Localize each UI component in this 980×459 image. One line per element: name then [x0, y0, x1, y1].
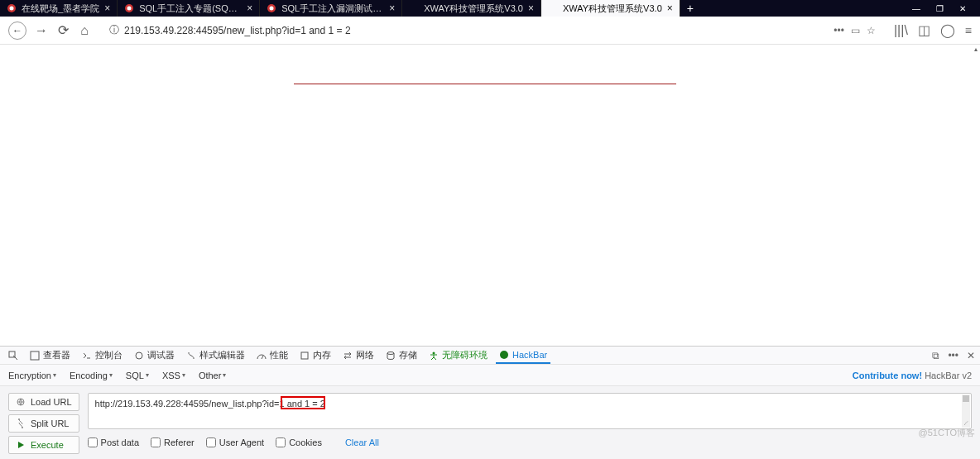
devtools-tab-debugger[interactable]: 调试器: [131, 349, 178, 361]
clear-all-link[interactable]: Clear All: [345, 437, 379, 447]
favicon-icon: [548, 3, 558, 13]
forward-button[interactable]: →: [35, 24, 48, 37]
devtools-right-controls: ⧉ ••• ✕: [932, 350, 975, 361]
reader-mode-icon[interactable]: ▭: [851, 25, 860, 36]
hackbar-brand: HackBar v2: [925, 371, 972, 380]
sql-injection-highlight: [281, 396, 325, 409]
account-icon[interactable]: ◯: [940, 22, 955, 38]
url-bar[interactable]: ⓘ 219.153.49.228:44595/new_list.php?id=1…: [104, 21, 881, 41]
svg-point-3: [127, 7, 132, 11]
devtools-tab-network[interactable]: 网络: [339, 349, 377, 361]
sidebar-icon[interactable]: ◫: [918, 22, 930, 38]
close-icon[interactable]: ×: [389, 2, 395, 14]
nav-icons-right: |||\ ◫ ◯ ≡: [894, 22, 972, 38]
split-url-icon: [16, 418, 26, 428]
devtools-tab-style-editor[interactable]: 样式编辑器: [183, 349, 248, 361]
hackbar-url-input[interactable]: http://219.153.49.228:44595/new_list.php…: [88, 393, 972, 429]
library-icon[interactable]: |||\: [894, 23, 908, 38]
postdata-checkbox[interactable]: Post data: [88, 437, 139, 447]
home-button[interactable]: ⌂: [78, 24, 91, 37]
page-actions-icon[interactable]: •••: [833, 25, 844, 36]
devtools-tab-console[interactable]: 控制台: [79, 349, 126, 361]
close-icon[interactable]: ×: [247, 2, 252, 14]
favicon-icon: [7, 3, 17, 13]
devtools-tab-memory[interactable]: 内存: [296, 349, 334, 361]
useragent-checkbox[interactable]: User Agent: [206, 437, 264, 447]
split-url-button[interactable]: Split URL: [8, 414, 79, 433]
hackbar-menu-sql[interactable]: SQL ▾: [126, 371, 149, 380]
devtools-more-icon[interactable]: •••: [948, 350, 958, 361]
svg-point-8: [136, 352, 142, 359]
contribute-link[interactable]: Contribute now!: [853, 371, 922, 380]
nav-icons-left: ← → ⟳ ⌂: [8, 22, 91, 40]
hackbar-menubar: Encryption ▾ Encoding ▾ SQL ▾ XSS ▾ Othe…: [0, 364, 980, 385]
devtools-tab-storage[interactable]: 存储: [382, 349, 420, 361]
svg-point-12: [500, 351, 508, 359]
tab-title: XWAY科技管理系统V3.0: [563, 2, 662, 15]
tab-title: XWAY科技管理系统V3.0: [424, 2, 523, 15]
svg-point-15: [22, 427, 23, 428]
hackbar-menu-encoding[interactable]: Encoding ▾: [70, 371, 113, 380]
resize-handle-icon[interactable]: ⟋: [963, 419, 969, 427]
nav-toolbar: ← → ⟳ ⌂ ⓘ 219.153.49.228:44595/new_list.…: [0, 17, 980, 45]
hackbar-options-row: Post data Referer User Agent Cookies Cle…: [88, 433, 972, 454]
devtools-tab-hackbar[interactable]: HackBar: [496, 347, 550, 364]
scrollbar[interactable]: ▴: [972, 45, 980, 346]
devtools-tab-accessibility[interactable]: 无障碍环境: [425, 349, 491, 361]
svg-marker-16: [18, 442, 24, 448]
hackbar-rightinfo: Contribute now! HackBar v2: [853, 371, 972, 380]
tab-2[interactable]: SQL手工注入漏洞测试(MySQL ×: [260, 0, 402, 17]
back-button[interactable]: ←: [8, 22, 26, 40]
svg-point-10: [387, 351, 394, 354]
hackbar-menu-xss[interactable]: XSS ▾: [162, 371, 185, 380]
new-tab-button[interactable]: +: [680, 0, 700, 17]
devtools-tab-picker[interactable]: [5, 351, 22, 361]
url-actions: ••• ▭ ☆: [833, 25, 876, 36]
hackbar-buttons: Load URL Split URL Execute: [8, 393, 79, 454]
tab-1[interactable]: SQL手工注入专题(SQL Injectio ×: [118, 0, 260, 17]
minimize-button[interactable]: —: [912, 4, 920, 13]
load-url-button[interactable]: Load URL: [8, 393, 79, 411]
maximize-button[interactable]: ❐: [935, 4, 944, 13]
devtools-tab-inspector[interactable]: 查看器: [26, 349, 74, 361]
devtools-dock-icon[interactable]: ⧉: [932, 350, 939, 361]
tab-3[interactable]: XWAY科技管理系统V3.0 ×: [402, 0, 541, 17]
menu-icon[interactable]: ≡: [965, 24, 972, 37]
tab-title: SQL手工注入漏洞测试(MySQL: [281, 2, 384, 15]
load-url-icon: [16, 397, 26, 407]
divider-line: [294, 84, 676, 84]
tab-strip: 在线靶场_墨者学院 × SQL手工注入专题(SQL Injectio × SQL…: [0, 0, 899, 17]
window-titlebar: 在线靶场_墨者学院 × SQL手工注入专题(SQL Injectio × SQL…: [0, 0, 980, 17]
reload-button[interactable]: ⟳: [56, 24, 70, 37]
devtools-tab-performance[interactable]: 性能: [253, 349, 291, 361]
favicon-icon: [124, 3, 134, 13]
devtools-close-icon[interactable]: ✕: [967, 350, 975, 361]
tab-0[interactable]: 在线靶场_墨者学院 ×: [0, 0, 118, 17]
close-window-button[interactable]: ✕: [958, 4, 967, 13]
bookmark-star-icon[interactable]: ☆: [867, 25, 876, 36]
tab-title: 在线靶场_墨者学院: [22, 2, 99, 15]
svg-point-5: [270, 7, 274, 11]
scroll-up-icon[interactable]: ▴: [972, 45, 980, 53]
hackbar-menu-encryption[interactable]: Encryption ▾: [8, 371, 56, 380]
svg-point-11: [433, 351, 435, 354]
url-text: 219.153.49.228:44595/new_list.php?id=1 a…: [124, 25, 351, 36]
referer-checkbox[interactable]: Referer: [151, 437, 195, 447]
execute-icon: [16, 440, 26, 450]
devtools-tabbar: 查看器 控制台 调试器 样式编辑器 性能 内存 网络 存储 无障碍环境 Hack…: [0, 346, 980, 364]
svg-point-1: [10, 7, 14, 11]
svg-rect-7: [31, 351, 39, 360]
close-icon[interactable]: ×: [528, 2, 534, 14]
close-icon[interactable]: ×: [104, 2, 110, 14]
hackbar-main: Load URL Split URL Execute http://219.15…: [0, 385, 980, 459]
tab-4[interactable]: XWAY科技管理系统V3.0 ×: [541, 0, 680, 17]
window-controls: — ❐ ✕: [899, 4, 980, 13]
execute-button[interactable]: Execute: [8, 436, 79, 454]
svg-point-14: [18, 418, 20, 420]
info-icon[interactable]: ⓘ: [109, 23, 119, 37]
watermark-text: @51CTO博客: [919, 427, 975, 439]
close-icon[interactable]: ×: [667, 2, 673, 14]
hackbar-menu-other[interactable]: Other ▾: [199, 371, 227, 380]
favicon-icon: [267, 3, 276, 13]
cookies-checkbox[interactable]: Cookies: [276, 437, 322, 447]
